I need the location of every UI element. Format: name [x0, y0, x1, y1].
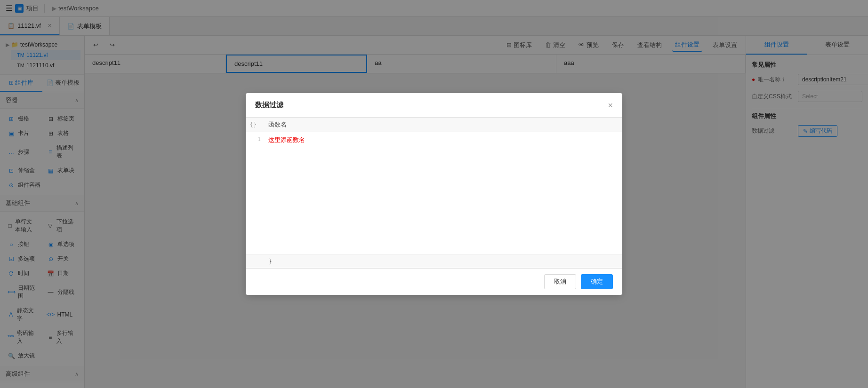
code-editor-area[interactable]: 1 这里添函数名	[246, 132, 622, 254]
modal-confirm-button[interactable]: 确定	[581, 274, 613, 289]
code-line-1: 1	[246, 136, 265, 143]
modal-cancel-button[interactable]: 取消	[544, 274, 576, 289]
code-func-label: 函数名	[265, 120, 287, 129]
code-gutter-footer	[246, 258, 265, 265]
code-closing-brace: }	[265, 258, 272, 265]
modal-title: 数据过滤	[255, 101, 283, 110]
data-filter-modal: 数据过滤 × {} 函数名 1 这里添函数名	[246, 93, 622, 295]
code-placeholder-text: 这里添函数名	[265, 136, 305, 144]
modal-overlay: 数据过滤 × {} 函数名 1 这里添函数名	[0, 0, 868, 388]
modal-close-button[interactable]: ×	[608, 101, 613, 110]
code-gutter-header: {}	[246, 121, 265, 128]
